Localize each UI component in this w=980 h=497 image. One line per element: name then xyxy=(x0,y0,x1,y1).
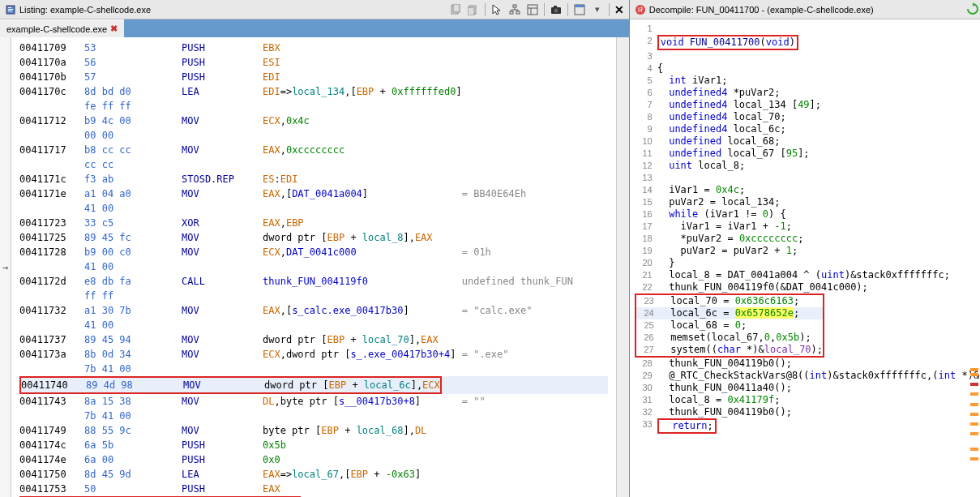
svg-point-15 xyxy=(554,8,558,12)
decompile-row[interactable]: 33 return; xyxy=(635,418,979,434)
listing-row[interactable]: 00411743 8a 15 38 MOV DL,byte ptr [s__00… xyxy=(19,394,608,409)
decompile-row[interactable]: 1 xyxy=(635,23,979,35)
decompile-row[interactable]: 9 undefined4 local_6c; xyxy=(635,123,979,135)
listing-row[interactable]: 0041174e 6a 00 PUSH 0x0 xyxy=(19,452,608,467)
listing-row[interactable]: 0041173a 8b 0d 34 MOV ECX,dword ptr [s_.… xyxy=(19,347,608,362)
decompile-title: Decompile: FUN_00411700 - (example-C-she… xyxy=(649,5,874,15)
listing-row[interactable]: 00411709 53 PUSH EBX xyxy=(19,41,608,55)
panel-icon[interactable] xyxy=(573,3,586,16)
decompile-row[interactable]: 22 thunk_FUN_004119f0(&DAT_0041c000); xyxy=(635,281,979,293)
listing-row[interactable]: 0041174c 6a 5b PUSH 0x5b xyxy=(19,438,608,452)
listing-row[interactable]: 00411749 88 55 9c MOV byte ptr [EBP + lo… xyxy=(19,423,608,438)
camera-icon[interactable] xyxy=(550,3,563,16)
decompile-row[interactable]: 14 iVar1 = 0x4c; xyxy=(635,184,979,196)
listing-scrollbar[interactable] xyxy=(616,37,629,497)
listing-row[interactable]: 7b 41 00 xyxy=(19,362,608,376)
decompile-row[interactable]: 11 undefined local_67 [95]; xyxy=(635,148,979,160)
listing-row[interactable]: 00411737 89 45 94 MOV dword ptr [EBP + l… xyxy=(19,332,608,347)
decompile-title-bar: Decompile: FUN_00411700 - (example-C-she… xyxy=(630,0,980,19)
cursor-icon[interactable] xyxy=(490,3,503,16)
svg-rect-10 xyxy=(516,11,520,14)
decompile-row[interactable]: 12 uint local_8; xyxy=(635,160,979,172)
listing-row[interactable]: 00411753 50 PUSH EAX xyxy=(19,482,608,496)
decompile-row[interactable]: 20 } xyxy=(635,257,979,269)
decompile-row[interactable]: 29 @_RTC_CheckStackVars@8((int)&stack0xf… xyxy=(635,370,979,382)
tab-label: example-C-shellcode.exe xyxy=(6,24,107,34)
listing-row[interactable]: 00411725 89 45 fc MOV dword ptr [EBP + l… xyxy=(19,230,608,245)
decompile-row[interactable]: 30 thunk_FUN_00411a40(); xyxy=(635,382,979,394)
decompile-row[interactable]: 2void FUN_00411700(void) xyxy=(635,35,979,50)
listing-row[interactable]: fe ff ff xyxy=(19,99,608,114)
listing-icon xyxy=(5,4,16,15)
decompile-row[interactable]: 3 xyxy=(635,50,979,62)
listing-row[interactable]: 0041170c 8d bd d0 LEA EDI=>local_134,[EB… xyxy=(19,84,608,99)
svg-rect-1 xyxy=(8,7,11,8)
decompile-row[interactable]: 13 xyxy=(635,172,979,184)
decompile-row[interactable]: 23 local_70 = 0x636c6163; xyxy=(636,295,823,307)
tree-icon[interactable] xyxy=(508,3,521,16)
listing-row[interactable]: 0041170b 57 PUSH EDI xyxy=(19,70,608,84)
decompile-row[interactable]: 17 iVar1 = iVar1 + -1; xyxy=(635,221,979,233)
svg-rect-5 xyxy=(453,4,460,12)
listing-tab[interactable]: example-C-shellcode.exe ✖ xyxy=(0,19,124,37)
listing-row[interactable]: 00411732 a1 30 7b MOV EAX,[s_calc.exe_00… xyxy=(19,303,608,318)
listing-title: Listing: example-C-shellcode.exe xyxy=(19,5,151,15)
decompile-row[interactable]: 25 local_68 = 0; xyxy=(636,319,823,332)
listing-row[interactable]: 41 00 xyxy=(19,259,608,274)
svg-rect-7 xyxy=(468,7,474,15)
listing-row[interactable]: 0041171c f3 ab STOSD.REP ES:EDI xyxy=(19,172,608,186)
listing-row[interactable]: 0041172d e8 db fa CALL thunk_FUN_004119f… xyxy=(19,274,608,289)
listing-row[interactable]: 00411740 89 4d 98 MOV dword ptr [EBP + l… xyxy=(19,376,608,394)
listing-toolbar: ▾ ✕ xyxy=(449,3,624,16)
svg-rect-9 xyxy=(510,11,513,14)
listing-row[interactable]: 00411712 b9 4c 00 MOV ECX,0x4c xyxy=(19,114,608,128)
listing-row[interactable]: cc cc xyxy=(19,157,608,172)
svg-rect-3 xyxy=(8,11,12,11)
decompile-row[interactable]: 28 thunk_FUN_004119b0(); xyxy=(635,358,979,370)
decompile-row[interactable]: 10 undefined local_68; xyxy=(635,135,979,148)
close-icon[interactable]: ✕ xyxy=(614,3,624,16)
dropdown-icon[interactable]: ▾ xyxy=(591,3,604,16)
decompile-panel: Decompile: FUN_00411700 - (example-C-she… xyxy=(630,0,980,497)
listing-row[interactable]: 41 00 xyxy=(19,318,608,332)
decompile-row[interactable]: 6 undefined4 *puVar2; xyxy=(635,87,979,99)
listing-row[interactable]: 00 00 xyxy=(19,128,608,143)
copy-icon[interactable] xyxy=(449,3,462,16)
svg-rect-16 xyxy=(554,6,557,7)
decompile-row[interactable]: 24 local_6c = 0x6578652e; xyxy=(636,307,823,319)
listing-row[interactable]: 41 00 xyxy=(19,201,608,216)
listing-row[interactable]: 00411723 33 c5 XOR EAX,EBP xyxy=(19,216,608,230)
decompile-row[interactable]: 16 while (iVar1 != 0) { xyxy=(635,208,979,221)
listing-row[interactable]: 00411750 8d 45 9d LEA EAX=>local_67,[EBP… xyxy=(19,467,608,482)
paste-icon[interactable] xyxy=(467,3,480,16)
svg-rect-18 xyxy=(575,5,584,7)
listing-row[interactable]: 0041170a 56 PUSH ESI xyxy=(19,55,608,70)
decompile-row[interactable]: 32 thunk_FUN_004119b0(); xyxy=(635,406,979,418)
listing-row[interactable]: ff ff xyxy=(19,289,608,303)
decompile-row[interactable]: 19 puVar2 = puVar2 + 1; xyxy=(635,245,979,257)
left-gutter: → xyxy=(0,37,11,497)
decompile-row[interactable]: 31 local_8 = 0x41179f; xyxy=(635,394,979,406)
decompile-row[interactable]: 4{ xyxy=(635,62,979,75)
listing-panel: Listing: example-C-shellcode.exe ▾ ✕ exa… xyxy=(0,0,630,497)
decompile-code-area[interactable]: 12void FUN_00411700(void)34{5 int iVar1;… xyxy=(630,19,980,497)
tab-close-icon[interactable]: ✖ xyxy=(110,24,118,34)
decompile-icon xyxy=(635,4,646,15)
decompile-row[interactable]: 5 int iVar1; xyxy=(635,75,979,87)
svg-rect-11 xyxy=(528,5,537,15)
listing-row[interactable]: 00411717 b8 cc cc MOV EAX,0xcccccccc xyxy=(19,143,608,157)
decompile-row[interactable]: 18 *puVar2 = 0xcccccccc; xyxy=(635,233,979,245)
listing-code-area[interactable]: 00411709 53 PUSH EBX0041170a 56 PUSH ESI… xyxy=(11,37,616,497)
listing-row[interactable]: 7b 41 00 xyxy=(19,409,608,423)
listing-row[interactable]: 0041171e a1 04 a0 MOV EAX,[DAT_0041a004]… xyxy=(19,186,608,201)
decompile-row[interactable]: 8 undefined4 local_70; xyxy=(635,111,979,123)
decompile-row[interactable]: 26 memset(local_67,0,0x5b); xyxy=(636,332,823,344)
decompile-row[interactable]: 21 local_8 = DAT_0041a004 ^ (uint)&stack… xyxy=(635,269,979,281)
listing-row[interactable]: 00411728 b9 00 c0 MOV ECX,DAT_0041c000= … xyxy=(19,245,608,259)
decompile-row[interactable]: 27 system((char *)&local_70); xyxy=(636,344,823,356)
decompile-row[interactable]: 15 puVar2 = local_134; xyxy=(635,196,979,208)
svg-rect-2 xyxy=(8,9,13,10)
decompile-row[interactable]: 7 undefined4 local_134 [49]; xyxy=(635,99,979,111)
layout-icon[interactable] xyxy=(526,3,539,16)
listing-tab-row: example-C-shellcode.exe ✖ xyxy=(0,19,629,37)
